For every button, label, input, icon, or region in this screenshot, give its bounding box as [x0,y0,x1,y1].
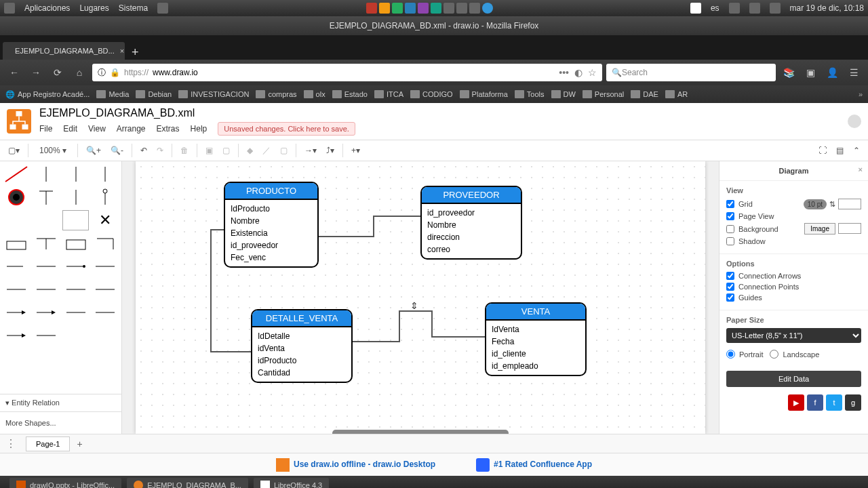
bookmark[interactable]: DW [551,90,576,98]
shape-arrow[interactable] [33,302,60,323]
bookmark[interactable]: 🌐App Registro Acadé... [5,90,90,99]
menu-icon[interactable]: ☰ [845,64,863,81]
shape[interactable] [33,187,60,207]
network-icon[interactable] [749,3,760,14]
shape[interactable] [62,256,90,277]
promo-desktop[interactable]: Use draw.io offline - draw.io Desktop [276,458,435,472]
fill-button[interactable]: ◆ [245,144,254,157]
entity-producto[interactable]: PRODUCTO IdProducto Nombre Existencia id… [224,182,319,268]
canvas-viewport[interactable]: ⇕ PRODUCTO IdProducto Nombre Existencia … [122,161,719,434]
tray-icon[interactable] [405,3,416,14]
image-button[interactable]: Image [804,223,835,235]
new-tab-button[interactable]: + [125,45,146,60]
more-shapes-button[interactable]: More Shapes... [0,411,121,434]
shape[interactable] [92,187,119,207]
facebook-icon[interactable]: f [807,394,823,411]
add-button[interactable]: +▾ [350,144,361,157]
shape[interactable] [33,233,60,253]
tray-icon[interactable] [456,3,467,14]
connector[interactable] [210,351,251,352]
shape-x[interactable]: ✕ [92,210,119,230]
shape[interactable] [3,279,30,300]
shape[interactable] [92,164,119,184]
document-title[interactable]: EJEMPLO_DIAGRAMA_BD.xml [39,107,355,119]
paper-size-select[interactable]: US-Letter (8,5" x 11") [726,328,861,343]
pages-menu-icon[interactable]: ⋮ [0,437,22,450]
profile-icon[interactable]: 👤 [823,64,841,81]
background-checkbox[interactable]: Background Image [726,223,861,235]
category-entity-relation[interactable]: ▾ Entity Relation [0,394,121,411]
field[interactable]: id_proveedor [427,207,515,219]
field[interactable]: id_cliente [492,348,580,360]
library-icon[interactable]: 📚 [780,64,797,81]
edit-data-button[interactable]: Edit Data [726,371,861,387]
connector[interactable] [353,341,400,342]
entity-header[interactable]: DETALLE_VENTA [252,310,351,327]
grid-value[interactable]: 10 pt [804,199,827,209]
bookmark[interactable]: CODIGO [410,90,453,98]
entity-body[interactable]: IdProducto Nombre Existencia id_proveedo… [225,200,317,266]
bookmark[interactable]: AR [665,90,688,98]
entity-body[interactable]: id_proveedor Nombre direccion correo [422,204,521,258]
info-icon[interactable]: ⓘ [98,67,106,79]
connector[interactable] [399,310,400,342]
field[interactable]: Nombre [427,219,515,231]
field[interactable]: Cantidad [258,367,346,379]
shape[interactable] [33,325,60,346]
tray-icon[interactable] [443,3,454,14]
bookmark[interactable]: ITCA [374,90,403,98]
clock[interactable]: mar 19 de dic, 10:18 [790,3,864,13]
fullscreen-icon[interactable]: ⛶ [817,144,828,157]
bookmark[interactable]: compras [256,90,296,98]
entity-body[interactable]: IdDetalle idVenta idProducto Cantidad [252,327,351,382]
unsaved-warning[interactable]: Unsaved changes. Click here to save. [218,122,355,136]
more-icon[interactable]: ••• [559,67,569,78]
os-apps[interactable]: Aplicaciones [24,3,70,13]
menu-edit[interactable]: Edit [63,124,77,134]
field[interactable]: correo [427,243,515,256]
stepper-icon[interactable]: ⇅ [829,200,835,209]
shape[interactable] [62,164,90,184]
rec-icon[interactable] [690,3,701,14]
connector[interactable] [431,336,486,338]
entity-header[interactable]: PRODUCTO [225,183,317,200]
field[interactable]: IdVenta [492,323,580,336]
bookmark[interactable]: Estado [332,90,368,98]
canvas[interactable]: ⇕ PRODUCTO IdProducto Nombre Existencia … [136,161,705,434]
field[interactable]: idVenta [258,342,346,354]
entity-detalle-venta[interactable]: DETALLE_VENTA IdDetalle idVenta idProduc… [251,309,353,383]
connector[interactable] [373,216,374,237]
back-button[interactable]: ← [5,64,23,81]
shape[interactable] [62,233,90,253]
forward-button[interactable]: → [27,64,45,81]
drawio-logo-icon[interactable] [7,109,31,134]
add-page-button[interactable]: + [70,436,89,452]
bookmark[interactable]: INVESTIGACION [178,90,249,98]
reader-icon[interactable]: ◐ [574,67,583,78]
url-bar[interactable]: ⓘ 🔒 https://www.draw.io ••• ◐ ☆ [92,64,602,81]
page-tab[interactable]: Page-1 [26,436,70,451]
field[interactable]: IdProducto [231,203,312,215]
bookmark-star-icon[interactable]: ☆ [588,67,597,78]
bg-color[interactable] [838,223,861,234]
menu-extras[interactable]: Extras [157,124,180,134]
connector[interactable] [210,229,212,351]
tray-icon[interactable] [392,3,403,14]
collapse-icon[interactable]: ⌃ [852,144,861,157]
taskbar-item[interactable]: drawIO.pptx - LibreOffic... [9,478,121,488]
line-button[interactable]: ／ [261,144,272,158]
field[interactable]: Existencia [231,227,312,239]
tofront-button[interactable]: ▣ [204,144,214,157]
bookmarks-overflow-icon[interactable]: » [859,90,863,98]
shape[interactable] [62,187,90,207]
shape[interactable] [62,279,90,300]
entity-header[interactable]: PROVEEDOR [422,187,521,204]
menu-file[interactable]: File [39,124,52,134]
field[interactable]: id_proveedor [231,239,312,251]
browser-tab[interactable]: EJEMPLO_DIAGRAMA_BD... × [3,42,125,60]
close-tab-icon[interactable]: × [120,47,124,55]
tray-icon[interactable] [418,3,429,14]
connector[interactable] [373,216,420,217]
shape[interactable] [33,279,60,300]
shape[interactable] [92,302,119,323]
